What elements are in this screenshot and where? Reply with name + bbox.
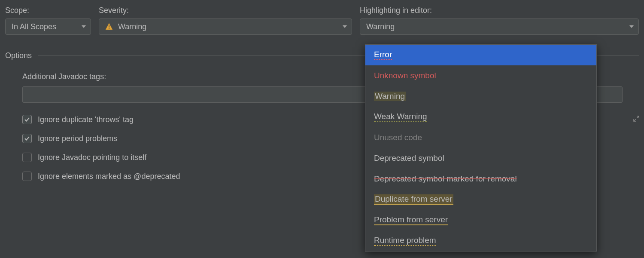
scope-label: Scope: <box>5 6 91 15</box>
checkbox-box[interactable] <box>22 115 32 124</box>
highlighting-option-label: Weak Warning <box>374 112 427 122</box>
checkbox-label: Ignore elements marked as @deprecated <box>38 172 180 181</box>
highlighting-option-label: Unused code <box>374 133 422 142</box>
highlighting-option-label: Error <box>374 50 392 60</box>
severity-value: Warning <box>118 22 146 31</box>
highlighting-option[interactable]: Deprecated symbol marked for removal <box>365 169 596 189</box>
chevron-down-icon <box>81 22 86 31</box>
checkbox-box[interactable] <box>22 153 32 162</box>
highlighting-option-label: Duplicate from server <box>374 194 453 205</box>
highlighting-option[interactable]: Unknown symbol <box>365 65 596 86</box>
highlighting-popup: ErrorUnknown symbolWarningWeak WarningUn… <box>365 44 597 252</box>
highlighting-option[interactable]: Deprecated symbol <box>365 148 596 169</box>
checkbox-label: Ignore Javadoc pointing to itself <box>38 153 146 162</box>
highlighting-option-label: Problem from server <box>374 215 448 225</box>
svg-rect-1 <box>109 28 109 29</box>
checkbox-box[interactable] <box>22 172 32 181</box>
highlighting-option[interactable]: Warning <box>365 86 596 107</box>
highlighting-option[interactable]: Weak Warning <box>365 107 596 127</box>
severity-dropdown[interactable]: Warning <box>99 18 352 35</box>
expand-icon[interactable] <box>633 115 640 124</box>
chevron-down-icon <box>629 22 634 31</box>
scope-value: In All Scopes <box>12 22 56 31</box>
highlighting-option[interactable]: Runtime problem <box>365 230 596 251</box>
svg-rect-0 <box>109 25 109 28</box>
checkbox-box[interactable] <box>22 134 32 143</box>
warning-icon <box>105 23 113 31</box>
highlighting-option[interactable]: Duplicate from server <box>365 189 596 210</box>
checkbox-label: Ignore duplicate 'throws' tag <box>38 115 134 124</box>
highlighting-dropdown[interactable]: Warning <box>360 18 639 35</box>
highlighting-option-label: Warning <box>374 92 406 101</box>
highlighting-option[interactable]: Error <box>365 45 596 65</box>
highlighting-option[interactable]: Unused code <box>365 127 596 148</box>
highlighting-option-label: Unknown symbol <box>374 71 436 80</box>
highlighting-label: Highlighting in editor: <box>360 6 639 15</box>
severity-label: Severity: <box>99 6 352 15</box>
chevron-down-icon <box>342 22 347 31</box>
options-title: Options <box>5 51 32 60</box>
highlighting-option-label: Deprecated symbol marked for removal <box>374 174 517 184</box>
scope-dropdown[interactable]: In All Scopes <box>5 18 91 35</box>
highlighting-option-label: Deprecated symbol <box>374 154 444 163</box>
highlighting-value: Warning <box>366 22 395 31</box>
highlighting-option[interactable]: Problem from server <box>365 210 596 230</box>
highlighting-option-label: Runtime problem <box>374 236 436 246</box>
checkbox-label: Ignore period problems <box>38 134 117 143</box>
